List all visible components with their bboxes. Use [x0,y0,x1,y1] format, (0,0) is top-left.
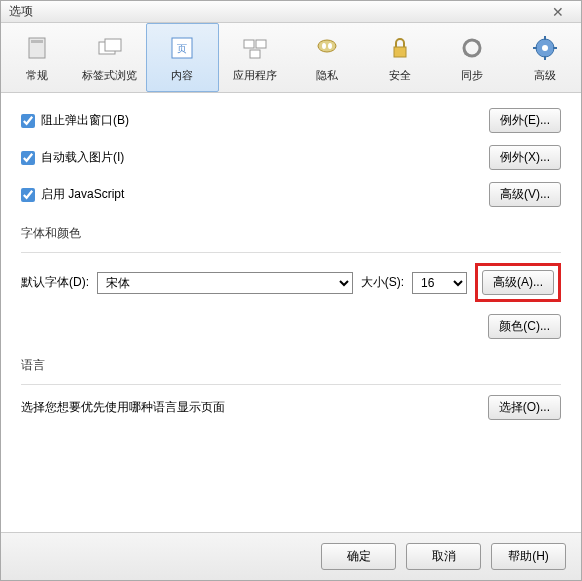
content-panel: 阻止弹出窗口(B) 例外(E)... 自动载入图片(I) 例外(X)... 启用… [1,93,581,435]
images-label: 自动载入图片(I) [41,149,124,166]
cancel-button[interactable]: 取消 [406,543,481,570]
tab-sync[interactable]: 同步 [436,23,509,92]
apps-icon [239,32,271,64]
separator [21,384,561,385]
popup-label: 阻止弹出窗口(B) [41,112,129,129]
js-label: 启用 JavaScript [41,186,124,203]
svg-point-10 [322,43,326,49]
lock-icon [384,32,416,64]
tab-label: 高级 [534,68,556,83]
ok-button[interactable]: 确定 [321,543,396,570]
help-button[interactable]: 帮助(H) [491,543,566,570]
color-row: 颜色(C)... [21,314,561,339]
lang-desc: 选择您想要优先使用哪种语言显示页面 [21,399,225,416]
close-icon[interactable]: ✕ [543,4,573,20]
default-font-label: 默认字体(D): [21,274,89,291]
svg-rect-1 [31,40,43,43]
tab-tabs[interactable]: 标签式浏览 [74,23,147,92]
images-checkbox[interactable] [21,151,35,165]
js-row: 启用 JavaScript 高级(V)... [21,182,561,207]
tab-privacy[interactable]: 隐私 [291,23,364,92]
lang-section-title: 语言 [21,357,561,374]
color-button[interactable]: 颜色(C)... [488,314,561,339]
options-window: 选项 ✕ 常规 标签式浏览 页 内容 应用程序 [0,0,582,581]
font-section-title: 字体和颜色 [21,225,561,242]
separator [21,252,561,253]
window-title: 选项 [9,3,33,20]
privacy-icon [311,32,343,64]
js-advanced-button[interactable]: 高级(V)... [489,182,561,207]
tab-advanced[interactable]: 高级 [509,23,582,92]
dialog-footer: 确定 取消 帮助(H) [1,532,581,580]
images-check-label[interactable]: 自动载入图片(I) [21,149,124,166]
svg-point-14 [542,45,548,51]
js-checkbox[interactable] [21,188,35,202]
content-icon: 页 [166,32,198,64]
svg-rect-6 [244,40,254,48]
tab-security[interactable]: 安全 [364,23,437,92]
images-exceptions-button[interactable]: 例外(X)... [489,145,561,170]
tab-label: 同步 [461,68,483,83]
popup-exceptions-button[interactable]: 例外(E)... [489,108,561,133]
popup-check-label[interactable]: 阻止弹出窗口(B) [21,112,129,129]
tab-label: 标签式浏览 [82,68,137,83]
svg-rect-8 [250,50,260,58]
svg-text:页: 页 [177,43,187,54]
gear-icon [529,32,561,64]
titlebar: 选项 ✕ [1,1,581,23]
svg-point-9 [318,40,336,52]
font-advanced-button[interactable]: 高级(A)... [482,270,554,295]
tab-label: 应用程序 [233,68,277,83]
size-select[interactable]: 16 [412,272,467,294]
svg-rect-7 [256,40,266,48]
images-row: 自动载入图片(I) 例外(X)... [21,145,561,170]
font-row: 默认字体(D): 宋体 大小(S): 16 高级(A)... [21,263,561,302]
popup-row: 阻止弹出窗口(B) 例外(E)... [21,108,561,133]
general-icon [21,32,53,64]
tab-label: 常规 [26,68,48,83]
size-label: 大小(S): [361,274,404,291]
lang-select-button[interactable]: 选择(O)... [488,395,561,420]
svg-point-11 [328,43,332,49]
sync-icon [456,32,488,64]
tab-applications[interactable]: 应用程序 [219,23,292,92]
tab-label: 安全 [389,68,411,83]
toolbar: 常规 标签式浏览 页 内容 应用程序 隐私 [1,23,581,93]
advanced-highlight: 高级(A)... [475,263,561,302]
popup-checkbox[interactable] [21,114,35,128]
tab-content[interactable]: 页 内容 [146,23,219,92]
lang-row: 选择您想要优先使用哪种语言显示页面 选择(O)... [21,395,561,420]
tab-label: 内容 [171,68,193,83]
svg-rect-12 [394,47,406,57]
tab-label: 隐私 [316,68,338,83]
svg-rect-3 [105,39,121,51]
tabs-icon [94,32,126,64]
font-select[interactable]: 宋体 [97,272,353,294]
js-check-label[interactable]: 启用 JavaScript [21,186,124,203]
tab-general[interactable]: 常规 [1,23,74,92]
